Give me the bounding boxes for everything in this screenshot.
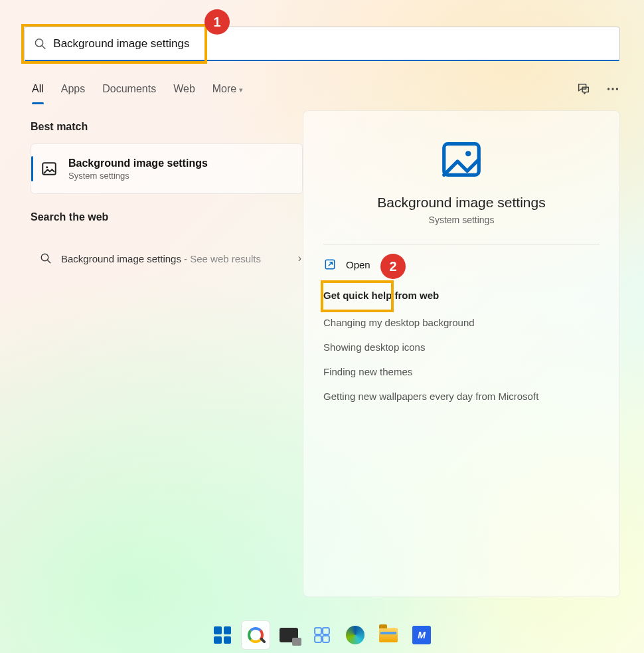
tab-apps[interactable]: Apps: [61, 80, 85, 98]
svg-rect-15: [323, 636, 329, 642]
search-web-heading: Search the web: [31, 211, 303, 223]
search-icon: [40, 252, 52, 264]
svg-line-1: [42, 45, 45, 48]
tab-documents[interactable]: Documents: [102, 80, 156, 98]
tab-more-label: More: [212, 83, 236, 94]
edge-icon: [346, 626, 364, 644]
task-view-button[interactable]: [274, 620, 303, 650]
svg-point-4: [616, 88, 618, 90]
annotation-badge-1: 1: [204, 9, 230, 35]
widgets-icon: [313, 626, 331, 644]
best-match-title: Background image settings: [68, 157, 208, 169]
svg-point-3: [611, 88, 613, 90]
best-match-result[interactable]: Background image settings System setting…: [31, 143, 303, 194]
pinned-app-button[interactable]: M: [407, 620, 436, 650]
start-button[interactable]: [208, 620, 237, 650]
file-explorer-button[interactable]: [374, 620, 403, 650]
picture-icon: [40, 160, 58, 177]
results-left: Best match Background image settings Sys…: [31, 121, 303, 276]
more-icon[interactable]: [605, 82, 620, 96]
chevron-right-icon: ›: [298, 252, 301, 264]
help-link[interactable]: Finding new themes: [323, 359, 600, 384]
svg-line-8: [47, 260, 50, 263]
best-match-heading: Best match: [31, 121, 303, 133]
divider: [323, 244, 600, 244]
widgets-button[interactable]: [307, 620, 337, 650]
tab-more[interactable]: More▾: [212, 80, 243, 98]
svg-point-10: [465, 151, 471, 156]
preview-subtitle: System settings: [323, 215, 600, 225]
help-link[interactable]: Getting new wallpapers every day from Mi…: [323, 384, 600, 409]
search-panel: 1 All Apps Documents Web More▾ Best matc…: [11, 4, 633, 613]
quick-help-list: Changing my desktop background Showing d…: [323, 310, 600, 409]
app-icon: M: [412, 626, 431, 644]
filter-tabs: All Apps Documents Web More▾: [32, 76, 620, 102]
edge-button[interactable]: [341, 620, 370, 650]
taskbar: M: [0, 617, 644, 653]
preview-title: Background image settings: [323, 195, 600, 211]
open-label: Open: [346, 259, 370, 270]
folder-icon: [379, 628, 398, 642]
preview-pane: Background image settings System setting…: [303, 110, 620, 597]
open-icon: [323, 258, 337, 271]
svg-rect-14: [315, 636, 321, 642]
chevron-down-icon: ▾: [239, 86, 243, 94]
open-action[interactable]: Open: [323, 258, 600, 271]
windows-icon: [214, 626, 231, 644]
search-input[interactable]: [53, 37, 610, 50]
best-match-subtitle: System settings: [68, 171, 208, 181]
taskbar-search-button[interactable]: [241, 620, 270, 650]
task-view-icon: [280, 628, 298, 642]
tab-web[interactable]: Web: [173, 80, 195, 98]
search-icon: [34, 37, 46, 50]
tab-all[interactable]: All: [32, 80, 44, 98]
svg-rect-12: [315, 628, 321, 634]
chat-icon[interactable]: [576, 82, 591, 96]
web-result-item[interactable]: Background image settings - See web resu…: [31, 240, 303, 276]
svg-point-2: [607, 88, 609, 90]
svg-point-6: [46, 166, 48, 168]
annotation-badge-2: 2: [380, 254, 406, 279]
svg-rect-13: [323, 628, 329, 634]
help-link[interactable]: Showing desktop icons: [323, 335, 600, 359]
web-result-text: Background image settings - See web resu…: [61, 253, 261, 264]
quick-help-heading: Get quick help from web: [323, 290, 600, 301]
help-link[interactable]: Changing my desktop background: [323, 310, 600, 335]
picture-icon: [438, 136, 485, 183]
search-icon: [248, 627, 264, 643]
search-bar[interactable]: [24, 27, 620, 61]
